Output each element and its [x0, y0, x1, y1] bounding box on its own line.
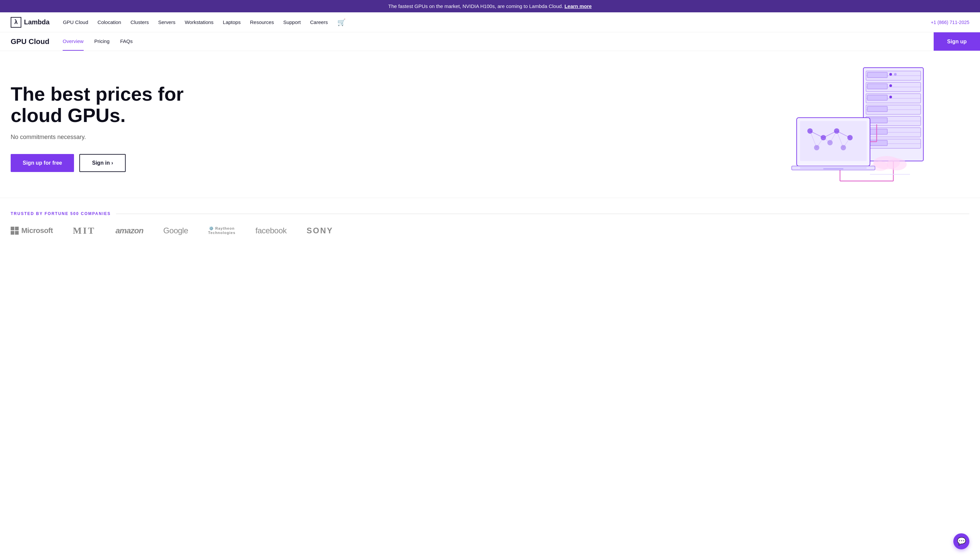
svg-rect-13: [889, 96, 892, 98]
svg-rect-4: [889, 73, 892, 76]
svg-rect-9: [889, 84, 892, 87]
hero-svg: [780, 61, 953, 198]
logo[interactable]: λ Lambda: [11, 17, 50, 28]
nav-gpu-cloud[interactable]: GPU Cloud: [63, 19, 88, 25]
svg-rect-3: [867, 72, 887, 78]
sub-nav-links: Overview Pricing FAQs: [63, 32, 133, 51]
nav-resources[interactable]: Resources: [250, 19, 274, 25]
google-logo: Google: [163, 226, 188, 235]
nav-clusters[interactable]: Clusters: [130, 19, 149, 25]
svg-point-30: [887, 158, 907, 170]
nav-workstations[interactable]: Workstations: [185, 19, 213, 25]
hero-section: The best prices for cloud GPUs. No commi…: [0, 51, 980, 198]
phone-number: +1 (866) 711-2025: [931, 20, 969, 25]
main-navigation: λ Lambda GPU Cloud Colocation Clusters S…: [0, 12, 980, 32]
cart-icon[interactable]: 🛒: [337, 18, 346, 26]
hero-title: The best prices for cloud GPUs.: [11, 83, 211, 126]
svg-rect-5: [894, 73, 897, 76]
svg-rect-33: [800, 121, 867, 161]
logo-text: Lambda: [24, 18, 50, 26]
facebook-logo: facebook: [255, 226, 286, 235]
trusted-logos: Microsoft MIT amazon Google ⚙️ RaytheonT…: [11, 225, 969, 236]
nav-support[interactable]: Support: [283, 19, 301, 25]
hero-subtitle: No commitments necessary.: [11, 134, 211, 141]
announcement-banner: The fastest GPUs on the market, NVIDIA H…: [0, 0, 980, 12]
trusted-section: TRUSTED BY FORTUNE 500 COMPANIES Microso…: [0, 198, 980, 256]
logo-icon: λ: [11, 17, 21, 28]
microsoft-logo: Microsoft: [11, 226, 53, 235]
amazon-logo: amazon: [116, 226, 143, 235]
svg-rect-16: [867, 106, 887, 112]
raytheon-logo: ⚙️ RaytheonTechnologies: [208, 226, 235, 235]
sony-logo: SONY: [307, 226, 333, 235]
banner-text: The fastest GPUs on the market, NVIDIA H…: [388, 3, 563, 9]
signin-button[interactable]: Sign in ›: [79, 154, 126, 172]
banner-link[interactable]: Learn more: [564, 3, 592, 9]
trusted-title: TRUSTED BY FORTUNE 500 COMPANIES: [11, 211, 969, 216]
nav-careers[interactable]: Careers: [310, 19, 328, 25]
nav-links: GPU Cloud Colocation Clusters Servers Wo…: [63, 18, 931, 26]
svg-rect-8: [867, 84, 887, 89]
microsoft-icon: [11, 227, 19, 235]
hero-illustration: [780, 61, 953, 198]
sub-navigation: GPU Cloud Overview Pricing FAQs Sign up: [0, 32, 980, 51]
sub-nav-title: GPU Cloud: [11, 37, 49, 46]
hero-buttons: Sign up for free Sign in ›: [11, 154, 211, 172]
nav-laptops[interactable]: Laptops: [223, 19, 241, 25]
nav-servers[interactable]: Servers: [158, 19, 175, 25]
hero-content: The best prices for cloud GPUs. No commi…: [11, 83, 211, 172]
tab-pricing[interactable]: Pricing: [94, 32, 110, 51]
tab-overview[interactable]: Overview: [63, 32, 84, 51]
tab-faqs[interactable]: FAQs: [120, 32, 133, 51]
nav-colocation[interactable]: Colocation: [98, 19, 121, 25]
signup-free-button[interactable]: Sign up for free: [11, 154, 74, 172]
mit-logo: MIT: [73, 225, 96, 236]
svg-rect-52: [823, 168, 843, 169]
signup-button[interactable]: Sign up: [934, 32, 980, 51]
svg-rect-12: [867, 95, 887, 100]
